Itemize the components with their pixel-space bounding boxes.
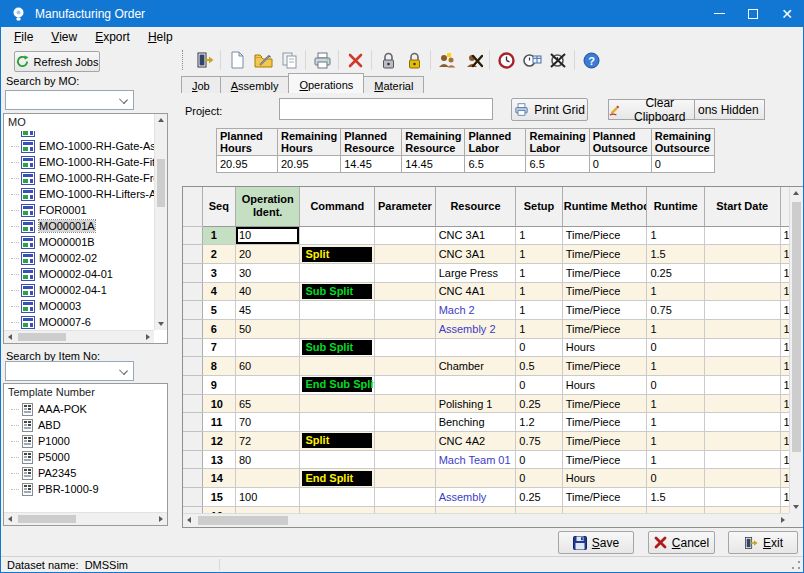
start-date-cell[interactable] [704,394,780,413]
row-indicator-cell[interactable] [183,432,202,451]
command-cell[interactable] [300,413,375,432]
scrollbar-thumb[interactable] [792,202,801,452]
menu-item[interactable]: View [42,27,86,47]
row-indicator-cell[interactable] [183,376,202,395]
refresh-jobs-button[interactable]: Refresh Jobs [14,51,100,72]
seq-cell[interactable]: 9 [202,376,235,395]
menu-item[interactable]: Export [86,27,139,47]
resource-cell[interactable]: CNC 3A1 [435,245,516,264]
minimize-button[interactable] [702,0,736,27]
runtime-cell[interactable]: 0.25 [647,263,704,282]
start-date-cell[interactable] [704,301,780,320]
grid-header-resource[interactable]: Resource [435,187,516,226]
row-indicator-cell[interactable] [183,394,202,413]
resource-cell[interactable]: Large Press [435,263,516,282]
mo-tree-item[interactable]: EMO-1000-RH-Lifters-Assy [4,186,154,202]
operation-ident-cell[interactable]: 40 [235,282,300,301]
runtime-cell[interactable]: 0.75 [647,301,704,320]
tab[interactable]: Material [363,76,424,93]
command-cell[interactable]: End Sub Split [300,376,375,395]
grid-header-parameter[interactable]: Parameter [375,187,436,226]
start-date-cell[interactable] [704,413,780,432]
runtime-cell[interactable]: 0 [647,469,704,488]
setup-cell[interactable]: 1 [516,282,562,301]
extra-cell[interactable]: 1 [780,263,789,282]
parameter-cell[interactable] [375,506,436,513]
setup-cell[interactable]: 1 [516,319,562,338]
maximize-button[interactable] [736,0,770,27]
template-tree-horizontal-scrollbar[interactable] [4,512,167,525]
row-indicator-cell[interactable] [183,226,202,245]
setup-cell[interactable]: 0 [516,338,562,357]
seq-cell[interactable]: 12 [202,432,235,451]
start-date-cell[interactable] [704,338,780,357]
resource-cell[interactable]: CNC 4A1 [435,282,516,301]
runtime-method-cell[interactable]: Time/Piece [562,263,647,282]
template-tree-item[interactable]: PBR-1000-9 [4,481,167,497]
row-indicator-cell[interactable] [183,338,202,357]
command-cell[interactable] [300,226,375,245]
setup-cell[interactable]: 1 [516,301,562,320]
command-cell[interactable]: Sub Split [300,282,375,301]
start-date-cell[interactable] [704,245,780,264]
command-cell[interactable] [300,394,375,413]
start-date-cell[interactable] [704,357,780,376]
mo-tree-item[interactable]: MO0002-04-1 [4,282,154,298]
scrollbar-thumb[interactable] [157,159,165,207]
clear-clipboard-button[interactable]: Clear Clipboard [608,99,695,120]
runtime-cell[interactable]: 1 [647,282,704,301]
command-cell[interactable] [300,506,375,513]
resource-cell[interactable]: Mach 2 [435,301,516,320]
setup-cell[interactable]: 1 [516,263,562,282]
grid-header-runtime[interactable]: Runtime [647,187,704,226]
parameter-cell[interactable] [375,263,436,282]
seq-cell[interactable]: 3 [202,263,235,282]
seq-cell[interactable]: 8 [202,357,235,376]
operation-ident-cell[interactable]: 20 [235,245,300,264]
start-date-cell[interactable] [704,488,780,507]
operation-ident-cell[interactable] [235,469,300,488]
operation-ident-cell[interactable]: 30 [235,263,300,282]
runtime-method-cell[interactable]: Time/Piece [562,245,647,264]
parameter-cell[interactable] [375,282,436,301]
mo-tree-item[interactable]: MO0003 [4,298,154,314]
operation-ident-cell[interactable]: 60 [235,357,300,376]
operation-ident-cell[interactable]: 72 [235,432,300,451]
extra-cell[interactable]: 1 [780,301,789,320]
grid-header-start-date[interactable]: Start Date [704,187,780,226]
resource-cell[interactable]: Mach Team 01 [435,450,516,469]
row-indicator-cell[interactable] [183,357,202,376]
grid-horizontal-scrollbar[interactable] [183,513,789,527]
runtime-method-cell[interactable]: Time/Piece [562,413,647,432]
extra-cell[interactable] [780,506,789,513]
runtime-method-cell[interactable]: Time/Piece [562,301,647,320]
operation-ident-cell[interactable]: 100 [235,488,300,507]
parameter-cell[interactable] [375,376,436,395]
lock-button[interactable] [375,48,401,72]
operation-ident-cell[interactable]: 65 [235,394,300,413]
command-cell[interactable] [300,450,375,469]
help-button[interactable]: ? [578,48,604,72]
save-button[interactable]: Save [558,531,634,554]
runtime-method-cell[interactable]: Time/Piece [562,226,647,245]
resource-cell[interactable] [435,376,516,395]
runtime-method-cell[interactable]: Time/Piece [562,319,647,338]
operation-ident-cell[interactable]: 50 [235,319,300,338]
extra-cell[interactable]: 1 [780,394,789,413]
toolbar-grip[interactable] [182,50,185,70]
runtime-cell[interactable]: 1 [647,319,704,338]
parameter-cell[interactable] [375,394,436,413]
start-date-cell[interactable] [704,263,780,282]
command-cell[interactable]: End Split [300,469,375,488]
clock-disabled-button[interactable] [545,48,571,72]
seq-cell[interactable]: 14 [202,469,235,488]
mo-tree-item[interactable] [4,131,154,138]
mo-tree-horizontal-scrollbar[interactable] [4,330,154,343]
runtime-cell[interactable]: 1 [647,226,704,245]
clock-window-button[interactable] [519,48,545,72]
parameter-cell[interactable] [375,226,436,245]
setup-cell[interactable]: 0 [516,376,562,395]
runtime-method-cell[interactable]: Time/Piece [562,432,647,451]
parameter-cell[interactable] [375,413,436,432]
extra-cell[interactable]: 1 [780,413,789,432]
